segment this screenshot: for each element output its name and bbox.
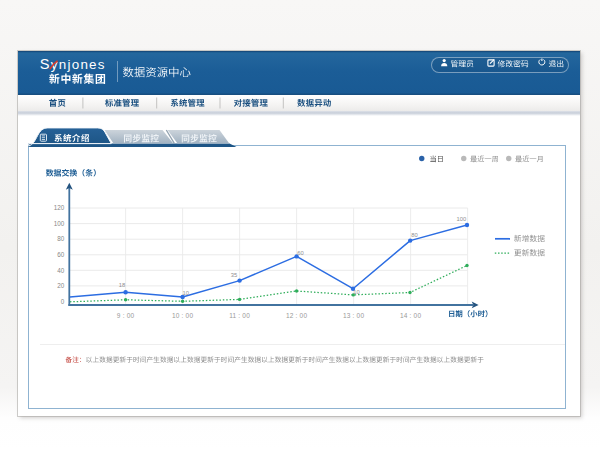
svg-text:60: 60: [57, 251, 65, 258]
svg-text:18: 18: [119, 282, 125, 288]
svg-text:20: 20: [57, 282, 65, 289]
svg-text:11 : 00: 11 : 00: [229, 312, 250, 319]
svg-text:35: 35: [231, 272, 237, 278]
svg-text:13 : 00: 13 : 00: [343, 312, 364, 319]
svg-text:10: 10: [183, 290, 189, 296]
svg-text:40: 40: [57, 267, 65, 274]
svg-text:80: 80: [411, 232, 417, 238]
svg-text:100: 100: [54, 220, 65, 227]
svg-text:9 : 00: 9 : 00: [117, 312, 135, 319]
svg-text:120: 120: [54, 204, 65, 211]
svg-text:12 : 00: 12 : 00: [286, 312, 307, 319]
svg-text:60: 60: [297, 250, 303, 256]
svg-text:100: 100: [456, 216, 466, 222]
svg-text:Synjones: Synjones: [40, 56, 106, 72]
svg-text:80: 80: [57, 235, 65, 242]
svg-text:10 : 00: 10 : 00: [172, 312, 193, 319]
svg-text:14 : 00: 14 : 00: [400, 312, 421, 319]
svg-text:0: 0: [61, 298, 65, 305]
svg-text:10: 10: [353, 289, 359, 295]
